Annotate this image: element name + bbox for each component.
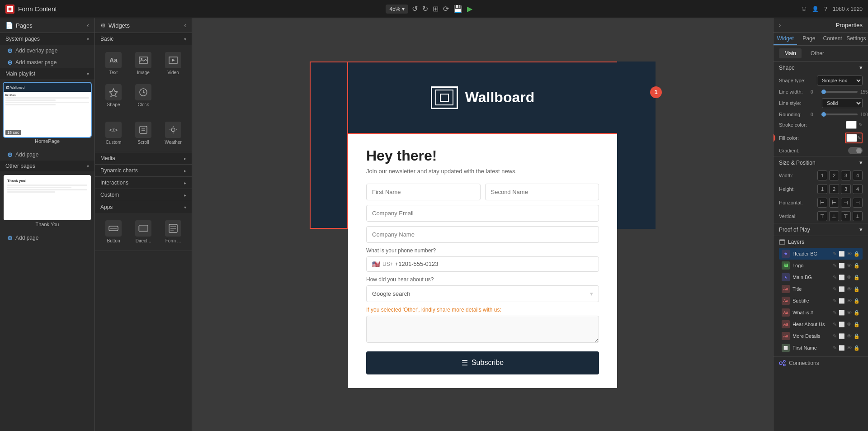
app-form-widget[interactable]: Form ... [160,218,186,246]
more-details-lock-icon[interactable]: 🔒 [854,333,860,339]
add-other-page-btn[interactable]: ⊕ Add page [0,232,94,244]
tab-page[interactable]: Page [797,33,821,45]
first-name-copy-icon[interactable]: ⬜ [839,345,845,351]
subtab-main[interactable]: Main [779,48,802,58]
main-bg-lock-icon[interactable]: 🔒 [854,275,860,280]
media-section-header[interactable]: Media ▸ [95,152,192,164]
layer-first-name[interactable]: ⬜ First Name ✎ ⬜ 👁 🔒 [779,342,863,354]
tab-content[interactable]: Content [821,33,844,45]
widget-clock[interactable]: Clock [130,81,156,110]
layer-eye-icon[interactable]: 👁 [847,251,852,257]
add-page-btn[interactable]: ⊕ Add page [0,149,94,161]
shape-section-header[interactable]: Shape ▾ [774,62,868,74]
undo-icon[interactable]: ↺ [412,5,418,13]
connections-section[interactable]: Connections [774,356,868,369]
stroke-color-swatch[interactable] [846,121,857,129]
grid-icon[interactable]: ⊞ [433,5,439,13]
layer-title[interactable]: Aa Title ✎ ⬜ 👁 🔒 [779,283,863,295]
height-4[interactable]: 4 [853,184,863,194]
layer-more-details[interactable]: Aa More Details ✎ ⬜ 👁 🔒 [779,330,863,342]
more-details-copy-icon[interactable]: ⬜ [839,333,845,339]
gradient-toggle[interactable] [848,147,863,154]
zoom-control[interactable]: 45% ▾ [386,5,408,14]
height-2[interactable]: 2 [829,184,839,194]
save-icon[interactable]: 💾 [453,5,462,13]
line-width-slider[interactable] [821,91,858,93]
props-expand-icon[interactable]: › [779,22,781,28]
logo-edit-icon[interactable]: ✎ [833,263,837,269]
shape-type-select[interactable]: Simple Box Rounded Box Circle [817,76,863,85]
vert-1[interactable]: ⊤ [817,211,827,221]
widget-video[interactable]: Video [160,49,186,78]
vert-3[interactable]: ⊤ [841,211,851,221]
user-icon[interactable]: 👤 [812,6,819,12]
horiz-3[interactable]: ⊣ [841,198,851,208]
layer-main-bg[interactable]: ★ Main BG ✎ ⬜ 👁 🔒 [779,271,863,283]
system-pages-section[interactable]: System pages ▾ [0,33,94,45]
vert-4[interactable]: ⊥ [853,211,863,221]
app-direct-widget[interactable]: Direct... [130,218,156,246]
hear-about-edit-icon[interactable]: ✎ [833,322,837,327]
subtitle-lock-icon[interactable]: 🔒 [854,298,860,304]
width-1[interactable]: 1 [817,171,827,180]
play-icon[interactable]: ▶ [467,5,472,13]
what-is-lock-icon[interactable]: 🔒 [854,310,860,316]
logo-copy-icon[interactable]: ⬜ [839,263,845,269]
logo-eye-icon[interactable]: 👁 [847,263,852,269]
horiz-1[interactable]: ⊢ [817,198,827,208]
height-1[interactable]: 1 [817,184,827,194]
dynamic-charts-header[interactable]: Dynamic charts ▸ [95,165,192,176]
thankyou-thumb[interactable]: Thank you! [4,175,91,220]
layer-header-bg[interactable]: ★ Header BG ✎ ⬜ 👁 🔒 [779,248,863,260]
first-name-edit-icon[interactable]: ✎ [833,345,837,351]
interactions-header[interactable]: Interactions ▸ [95,177,192,189]
redo-icon[interactable]: ↻ [422,5,428,13]
title-lock-icon[interactable]: 🔒 [854,286,860,292]
more-details-eye-icon[interactable]: 👁 [847,333,852,339]
basic-section-header[interactable]: Basic ▾ [95,33,192,45]
stroke-color-edit[interactable]: ✎ [859,122,863,128]
what-is-eye-icon[interactable]: 👁 [847,310,852,316]
layer-subtitle[interactable]: Aa Subtitle ✎ ⬜ 👁 🔒 [779,295,863,307]
line-style-select[interactable]: Solid Dashed Dotted [822,98,863,108]
layer-lock-icon[interactable]: 🔒 [854,251,860,257]
subtab-other[interactable]: Other [805,48,830,58]
title-edit-icon[interactable]: ✎ [833,286,837,292]
width-2[interactable]: 2 [829,171,839,180]
rounding-slider[interactable] [821,114,858,115]
notification-icon[interactable]: ① [802,6,807,12]
main-playlist-section[interactable]: Main playlist ▾ [0,68,94,79]
other-pages-section[interactable]: Other pages ▾ [0,161,94,171]
details-textarea[interactable] [366,316,599,343]
add-overlay-btn[interactable]: ⊕ Add overlay page [0,45,94,57]
main-bg-eye-icon[interactable]: 👁 [847,275,852,280]
widget-image[interactable]: Image [130,49,156,78]
help-icon[interactable]: ? [824,6,827,12]
layer-edit-icon[interactable]: ✎ [833,251,837,257]
layer-what-is[interactable]: Aa What is # ✎ ⬜ 👁 🔒 [779,307,863,318]
subtitle-copy-icon[interactable]: ⬜ [839,298,845,304]
subscribe-btn[interactable]: ☰ Subscribe [366,351,599,374]
widget-scroll[interactable]: Scroll [130,119,156,147]
widget-shape[interactable]: Shape [100,81,127,110]
widget-weather[interactable]: Weather [160,119,186,147]
refresh-icon[interactable]: ⟳ [443,5,449,13]
horiz-4[interactable]: ⊣ [853,198,863,208]
size-pos-header[interactable]: Size & Position ▾ [774,156,868,169]
main-bg-copy-icon[interactable]: ⬜ [839,275,845,280]
title-eye-icon[interactable]: 👁 [847,286,852,292]
subtitle-edit-icon[interactable]: ✎ [833,298,837,304]
first-name-eye-icon[interactable]: 👁 [847,345,852,351]
layer-hear-about[interactable]: Aa Hear About Us ✎ ⬜ 👁 🔒 [779,318,863,330]
app-button-widget[interactable]: Button [100,218,127,246]
width-4[interactable]: 4 [853,171,863,180]
width-3[interactable]: 3 [841,171,851,180]
horiz-2[interactable]: ⊢ [829,198,839,208]
logo-lock-icon[interactable]: 🔒 [854,263,860,269]
tab-settings[interactable]: Settings [844,33,868,45]
second-name-input[interactable] [485,184,599,200]
phone-input[interactable] [395,260,593,267]
what-is-copy-icon[interactable]: ⬜ [839,310,845,316]
layer-copy-icon[interactable]: ⬜ [839,251,845,257]
proof-of-play-header[interactable]: Proof of Play ▾ [774,223,868,236]
